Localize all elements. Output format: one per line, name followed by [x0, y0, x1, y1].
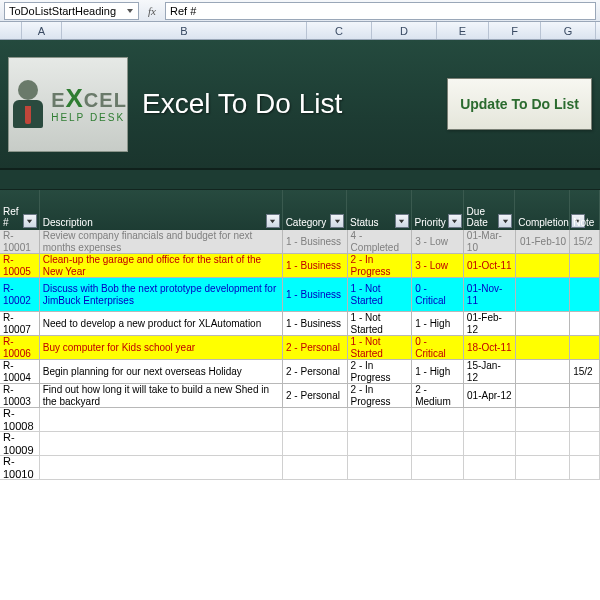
table-row[interactable]: R-10003Find out how long it will take to… — [0, 384, 600, 408]
cell-note[interactable]: 15/2 — [570, 360, 600, 383]
cell-note[interactable] — [570, 312, 600, 335]
cell-cat[interactable]: 2 - Personal — [283, 336, 348, 359]
cell-empty[interactable] — [40, 408, 283, 431]
cell-stat[interactable]: 4 - Completed — [348, 230, 413, 253]
cell-comp[interactable] — [516, 384, 571, 407]
table-row[interactable]: R-10006Buy computer for Kids school year… — [0, 336, 600, 360]
cell-due[interactable]: 01-Nov-11 — [464, 278, 516, 311]
cell-empty[interactable] — [283, 408, 348, 431]
cell-cat[interactable]: 1 - Business — [283, 312, 348, 335]
cell-empty[interactable] — [348, 456, 413, 479]
table-row[interactable]: R-10002Discuss with Bob the next prototy… — [0, 278, 600, 312]
filter-cat-button[interactable] — [330, 214, 344, 228]
col-header-f[interactable]: F — [489, 22, 541, 39]
cell-comp[interactable]: 01-Feb-10 — [516, 230, 571, 253]
cell-empty[interactable] — [570, 408, 600, 431]
cell-empty[interactable] — [348, 408, 413, 431]
cell-due[interactable]: 01-Mar-10 — [464, 230, 516, 253]
table-row[interactable]: R-10009 — [0, 432, 600, 456]
cell-note[interactable] — [570, 254, 600, 277]
cell-stat[interactable]: 2 - In Progress — [348, 360, 413, 383]
cell-pri[interactable]: 0 - Critical — [412, 278, 464, 311]
cell-comp[interactable] — [516, 336, 571, 359]
cell-pri[interactable]: 3 - Low — [412, 230, 464, 253]
cell-stat[interactable]: 1 - Not Started — [348, 312, 413, 335]
cell-empty[interactable] — [570, 432, 600, 455]
cell-empty[interactable] — [348, 432, 413, 455]
cell-ref[interactable]: R-10005 — [0, 254, 40, 277]
cell-empty[interactable]: R-10009 — [0, 432, 40, 455]
table-row[interactable]: R-10005Clean-up the garage and office fo… — [0, 254, 600, 278]
cell-empty[interactable] — [464, 456, 516, 479]
cell-due[interactable]: 18-Oct-11 — [464, 336, 516, 359]
table-row[interactable]: R-10001Review company financials and bud… — [0, 230, 600, 254]
fx-icon[interactable]: fx — [143, 5, 161, 17]
cell-desc[interactable]: Buy computer for Kids school year — [40, 336, 283, 359]
filter-due-button[interactable] — [498, 214, 512, 228]
col-header-g[interactable]: G — [541, 22, 596, 39]
cell-due[interactable]: 01-Apr-12 — [464, 384, 516, 407]
table-row[interactable]: R-10008 — [0, 408, 600, 432]
cell-empty[interactable] — [40, 432, 283, 455]
cell-cat[interactable]: 1 - Business — [283, 230, 348, 253]
cell-comp[interactable] — [516, 254, 571, 277]
cell-stat[interactable]: 1 - Not Started — [348, 278, 413, 311]
cell-ref[interactable]: R-10001 — [0, 230, 40, 253]
col-header-d[interactable]: D — [372, 22, 437, 39]
cell-desc[interactable]: Need to develop a new product for XLAuto… — [40, 312, 283, 335]
filter-pri-button[interactable] — [448, 214, 462, 228]
cell-cat[interactable]: 1 - Business — [283, 278, 348, 311]
col-header-b[interactable]: B — [62, 22, 307, 39]
cell-empty[interactable] — [283, 432, 348, 455]
cell-empty[interactable] — [570, 456, 600, 479]
filter-ref-button[interactable] — [23, 214, 37, 228]
cell-empty[interactable] — [412, 408, 464, 431]
cell-desc[interactable]: Begin planning for our next overseas Hol… — [40, 360, 283, 383]
cell-cat[interactable]: 2 - Personal — [283, 360, 348, 383]
cell-stat[interactable]: 2 - In Progress — [348, 384, 413, 407]
cell-desc[interactable]: Review company financials and budget for… — [40, 230, 283, 253]
cell-ref[interactable]: R-10004 — [0, 360, 40, 383]
update-todo-button[interactable]: Update To Do List — [447, 78, 592, 130]
cell-empty[interactable] — [283, 456, 348, 479]
cell-comp[interactable] — [516, 360, 571, 383]
col-header-e[interactable]: E — [437, 22, 489, 39]
cell-ref[interactable]: R-10006 — [0, 336, 40, 359]
cell-due[interactable]: 15-Jan-12 — [464, 360, 516, 383]
cell-empty[interactable] — [516, 456, 571, 479]
name-box[interactable]: ToDoListStartHeading — [4, 2, 139, 20]
cell-due[interactable]: 01-Feb-12 — [464, 312, 516, 335]
cell-cat[interactable]: 2 - Personal — [283, 384, 348, 407]
cell-pri[interactable]: 2 - Medium — [412, 384, 464, 407]
filter-desc-button[interactable] — [266, 214, 280, 228]
col-header-c[interactable]: C — [307, 22, 372, 39]
col-header-a[interactable]: A — [22, 22, 62, 39]
cell-empty[interactable]: R-10008 — [0, 408, 40, 431]
cell-due[interactable]: 01-Oct-11 — [464, 254, 516, 277]
cell-stat[interactable]: 2 - In Progress — [348, 254, 413, 277]
cell-note[interactable] — [570, 336, 600, 359]
cell-desc[interactable]: Find out how long it will take to build … — [40, 384, 283, 407]
cell-empty[interactable] — [464, 432, 516, 455]
cell-pri[interactable]: 1 - High — [412, 312, 464, 335]
cell-pri[interactable]: 0 - Critical — [412, 336, 464, 359]
table-row[interactable]: R-10004Begin planning for our next overs… — [0, 360, 600, 384]
cell-stat[interactable]: 1 - Not Started — [348, 336, 413, 359]
formula-input[interactable]: Ref # — [165, 2, 596, 20]
cell-empty[interactable] — [516, 432, 571, 455]
cell-desc[interactable]: Clean-up the garage and office for the s… — [40, 254, 283, 277]
cell-empty[interactable] — [412, 432, 464, 455]
cell-ref[interactable]: R-10002 — [0, 278, 40, 311]
table-row[interactable]: R-10007Need to develop a new product for… — [0, 312, 600, 336]
cell-cat[interactable]: 1 - Business — [283, 254, 348, 277]
table-row[interactable]: R-10010 — [0, 456, 600, 480]
cell-ref[interactable]: R-10003 — [0, 384, 40, 407]
cell-empty[interactable]: R-10010 — [0, 456, 40, 479]
cell-comp[interactable] — [516, 312, 571, 335]
filter-stat-button[interactable] — [395, 214, 409, 228]
cell-empty[interactable] — [412, 456, 464, 479]
select-all-corner[interactable] — [0, 22, 22, 39]
cell-pri[interactable]: 3 - Low — [412, 254, 464, 277]
cell-pri[interactable]: 1 - High — [412, 360, 464, 383]
cell-desc[interactable]: Discuss with Bob the next prototype deve… — [40, 278, 283, 311]
